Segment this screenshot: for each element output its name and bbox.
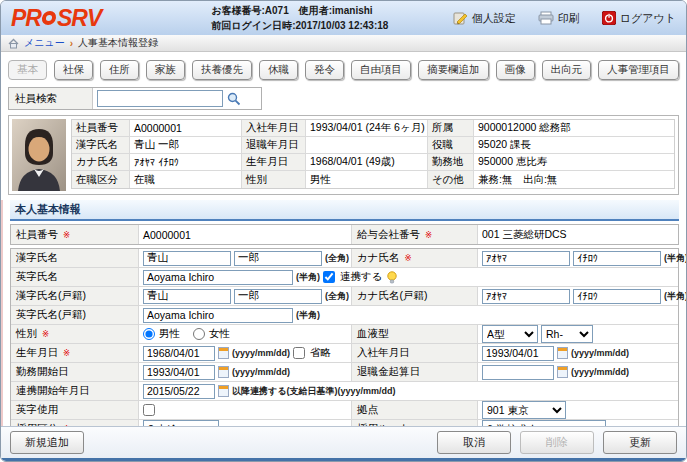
logo-text-left: PR: [11, 7, 41, 30]
birth-skip-label: 省略: [310, 346, 331, 360]
summary-label: 役職: [428, 137, 474, 154]
gender-female-radio[interactable]: [193, 328, 205, 340]
kanji-koseki-first-input[interactable]: [234, 289, 322, 304]
birth-skip-checkbox[interactable]: [293, 347, 305, 359]
kanji-last-input[interactable]: [143, 251, 231, 266]
link-start-note: 以降連携する(支給日基準)(yyyy/mm/dd): [232, 385, 395, 398]
eng-koseki-input[interactable]: [143, 308, 293, 323]
kana-koseki-last-input[interactable]: [482, 289, 570, 304]
printer-icon: [538, 11, 554, 25]
basic-info-form: 本人基本情報 社員番号※ A0000001 給与会社番号※ 001 三菱総研DC…: [1, 200, 686, 426]
summary-label: その他: [428, 171, 474, 188]
calendar-icon[interactable]: [557, 347, 568, 359]
add-new-button[interactable]: 新規追加: [10, 431, 84, 454]
employee-search-box: 社員検索: [8, 87, 262, 110]
breadcrumb-menu-link[interactable]: メニュー: [24, 36, 65, 50]
link-name-checkbox[interactable]: [323, 271, 335, 283]
tab-family[interactable]: 家族: [146, 60, 185, 80]
summary-value: A0000001: [130, 120, 242, 137]
personal-settings-button[interactable]: 個人設定: [453, 11, 516, 26]
calendar-icon[interactable]: [218, 385, 229, 397]
kanji-name-label: 漢字氏名: [11, 249, 139, 267]
summary-label: 所属: [428, 120, 474, 137]
session-info: お客様番号:A071 使用者:imanishi 前回ログイン日時:2017/10…: [211, 3, 388, 33]
blood-rh-select[interactable]: Rh-: [541, 325, 593, 343]
severance-start-input[interactable]: [482, 365, 554, 380]
tab-address[interactable]: 住所: [100, 60, 139, 80]
required-mark: ※: [425, 230, 432, 240]
header-actions: 個人設定 印刷 ログアウト: [453, 11, 676, 26]
summary-value: 在職: [130, 171, 242, 188]
tab-secondment-source[interactable]: 出向元: [542, 60, 592, 80]
action-bar: 新規追加 取消 削除 更新: [1, 426, 686, 461]
breadcrumb: メニュー › 人事基本情報登録: [1, 35, 686, 52]
employee-summary-table: 社員番号 A0000001 入社年月日 1993/04/01 (24年 6ヶ月)…: [71, 119, 675, 189]
work-start-label: 勤務開始日: [11, 363, 139, 381]
calendar-icon[interactable]: [218, 366, 229, 378]
summary-value: 950000 恵比寿: [474, 154, 674, 171]
search-icon[interactable]: [227, 92, 241, 106]
employee-search-input[interactable]: [97, 90, 223, 107]
lightbulb-icon[interactable]: [386, 271, 398, 284]
tab-image[interactable]: 画像: [496, 60, 535, 80]
cancel-button[interactable]: 取消: [437, 431, 511, 454]
zenkaku-note: (全角): [325, 252, 349, 265]
tab-social-insurance[interactable]: 社保: [54, 60, 93, 80]
summary-label: 勤務地: [428, 154, 474, 171]
pay-company-value: 001 三菱総研DCS: [482, 228, 567, 242]
hire-date-input[interactable]: [482, 346, 554, 361]
tab-bar: 基本 社保 住所 家族 扶養優先 休職 発令 自由項目 摘要欄追加 画像 出向元…: [1, 52, 686, 84]
blood-type-select[interactable]: A型: [482, 325, 538, 343]
link-start-input[interactable]: [143, 384, 215, 399]
summary-value: 男性: [306, 171, 428, 188]
date-format-note: (yyyy/mm/dd): [571, 367, 629, 377]
power-icon: [602, 11, 616, 25]
calendar-icon[interactable]: [218, 347, 229, 359]
gender-label: 性別※: [11, 325, 139, 343]
gender-male-radio[interactable]: [143, 328, 155, 340]
tab-appointment[interactable]: 発令: [305, 60, 344, 80]
print-button[interactable]: 印刷: [538, 11, 580, 26]
base-select[interactable]: 901 東京: [482, 401, 566, 419]
logout-label: ログアウト: [620, 11, 676, 26]
required-mark: ※: [63, 348, 70, 358]
work-start-input[interactable]: [143, 365, 215, 380]
employee-search-label: 社員検索: [9, 88, 93, 109]
birth-date-label: 生年月日※: [11, 344, 139, 362]
summary-value: ｱｵﾔﾏ ｲﾁﾛｳ: [130, 154, 242, 171]
summary-label: 在職区分: [72, 171, 130, 188]
emp-no-value: A0000001: [143, 229, 191, 241]
logout-button[interactable]: ログアウト: [602, 11, 676, 26]
link-name-label: 連携する: [340, 270, 383, 284]
blood-label: 血液型: [352, 325, 478, 343]
tab-dependent-priority[interactable]: 扶養優先: [192, 60, 252, 80]
gender-male-option[interactable]: 男性: [143, 327, 180, 341]
eng-name-input[interactable]: [143, 270, 293, 285]
kana-first-input[interactable]: [573, 251, 661, 266]
kana-last-input[interactable]: [482, 251, 570, 266]
tab-leave[interactable]: 休職: [259, 60, 298, 80]
tab-basic[interactable]: 基本: [8, 60, 47, 80]
update-button[interactable]: 更新: [603, 431, 677, 454]
kanji-first-input[interactable]: [234, 251, 322, 266]
tab-free-items[interactable]: 自由項目: [351, 60, 411, 80]
kana-koseki-first-input[interactable]: [573, 289, 661, 304]
kanji-koseki-last-input[interactable]: [143, 289, 231, 304]
employee-photo: [12, 119, 66, 191]
date-format-note: (yyyy/mm/dd): [232, 367, 290, 377]
summary-value: 1993/04/01 (24年 6ヶ月): [306, 120, 428, 137]
english-use-checkbox[interactable]: [143, 404, 155, 416]
tab-summary-column[interactable]: 摘要欄追加: [418, 60, 489, 80]
birth-date-input[interactable]: [143, 346, 215, 361]
hankaku-note: (半角): [664, 252, 686, 265]
date-format-note: (yyyy/mm/dd): [571, 348, 629, 358]
summary-value: 兼務:無 出向:無: [474, 171, 674, 188]
calendar-icon[interactable]: [557, 366, 568, 378]
summary-label: 漢字氏名: [72, 137, 130, 154]
delete-button[interactable]: 削除: [520, 431, 594, 454]
hankaku-note: (半角): [296, 309, 320, 322]
tab-hr-management-items[interactable]: 人事管理項目: [598, 60, 679, 80]
personal-settings-label: 個人設定: [472, 11, 516, 26]
gender-female-option[interactable]: 女性: [193, 327, 230, 341]
summary-value: 1968/04/01 (49歳): [306, 154, 428, 171]
